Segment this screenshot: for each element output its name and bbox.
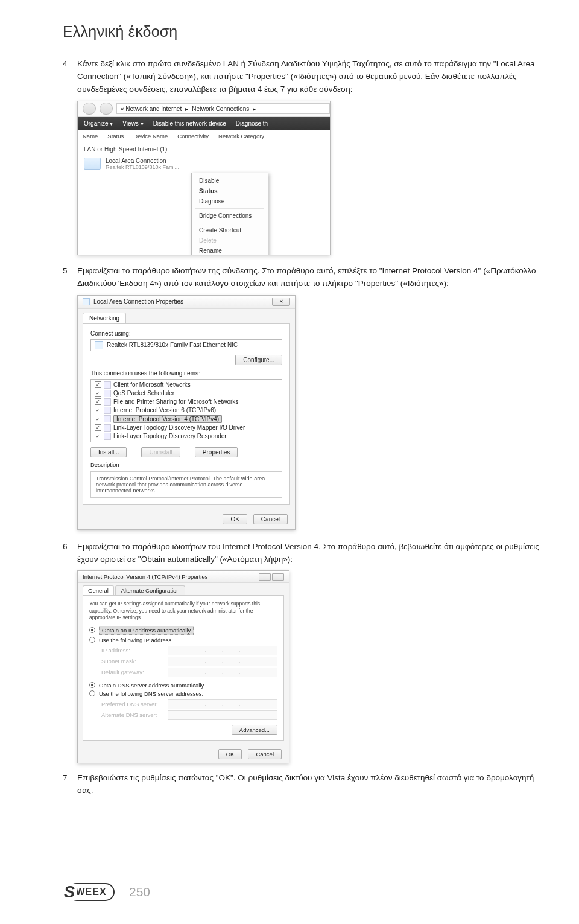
- item-label: Client for Microsoft Networks: [113, 381, 191, 388]
- connect-using-label: Connect using:: [90, 330, 282, 337]
- radio-obtain-dns-auto[interactable]: Obtain DNS server address automatically: [89, 682, 277, 689]
- window-titlebar: Local Area Connection Properties ✕: [78, 296, 295, 309]
- close-icon[interactable]: ✕: [272, 298, 290, 306]
- breadcrumb[interactable]: « Network and Internet ▸ Network Connect…: [116, 103, 330, 114]
- radio-use-ip[interactable]: Use the following IP address:: [89, 637, 277, 643]
- field-mask: Subnet mask:...: [101, 657, 277, 666]
- chevron-right-icon: ▸: [185, 106, 188, 112]
- page-number: 250: [129, 885, 150, 899]
- col-device[interactable]: Device Name: [133, 133, 168, 139]
- organize-menu[interactable]: Organize ▾: [84, 120, 113, 127]
- ok-button[interactable]: OK: [218, 749, 242, 759]
- dialog-footer: OK Cancel: [78, 509, 295, 529]
- diagnose-button[interactable]: Diagnose th: [236, 120, 268, 127]
- item-label: Link-Layer Topology Discovery Responder: [113, 433, 227, 439]
- col-status[interactable]: Status: [107, 133, 124, 139]
- field-dns2: Alternate DNS server:...: [101, 710, 277, 720]
- sweex-logo: WEEX: [68, 883, 115, 901]
- radio-icon: [89, 627, 95, 633]
- radio-use-dns[interactable]: Use the following DNS server addresses:: [89, 690, 277, 697]
- step-number: 5: [63, 265, 71, 290]
- list-item[interactable]: ✓Link-Layer Topology Discovery Responder: [91, 432, 282, 441]
- checkbox-icon[interactable]: ✓: [95, 381, 101, 388]
- address-bar: « Network and Internet ▸ Network Connect…: [78, 101, 330, 117]
- cancel-button[interactable]: Cancel: [248, 749, 282, 759]
- views-menu[interactable]: Views ▾: [122, 120, 143, 127]
- checkbox-icon[interactable]: ✓: [95, 433, 101, 439]
- menu-separator: [195, 223, 264, 223]
- breadcrumb-seg: « Network and Internet: [121, 106, 182, 112]
- properties-button[interactable]: Properties: [195, 447, 238, 457]
- nav-back-icon[interactable]: [83, 103, 96, 115]
- checkbox-icon[interactable]: ✓: [95, 416, 101, 422]
- component-icon: [104, 398, 111, 406]
- help-icon[interactable]: [259, 573, 271, 581]
- window-title: Internet Protocol Version 4 (TCP/IPv4) P…: [83, 573, 208, 580]
- col-category[interactable]: Network Category: [218, 133, 264, 139]
- section-title: Ελληνική έκδοση: [63, 23, 545, 40]
- tab-general[interactable]: General: [83, 585, 114, 595]
- cancel-button[interactable]: Cancel: [253, 514, 288, 524]
- menu-item-diagnose[interactable]: Diagnose: [192, 196, 268, 206]
- field-value: ...: [168, 710, 277, 720]
- menu-item-bridge[interactable]: Bridge Connections: [192, 211, 268, 221]
- radio-icon: [89, 637, 95, 643]
- nic-icon: [95, 341, 103, 349]
- field-label: IP address:: [101, 647, 168, 654]
- nic-field: Realtek RTL8139/810x Family Fast Etherne…: [90, 339, 282, 351]
- configure-button[interactable]: Configure...: [235, 355, 282, 365]
- step-text: Εμφανίζεται το παράθυρο ιδιοτήτων της σύ…: [77, 265, 545, 290]
- tab-networking[interactable]: Networking: [83, 313, 126, 323]
- field-label: Alternate DNS server:: [101, 712, 168, 718]
- advanced-button[interactable]: Advanced...: [232, 725, 277, 735]
- menu-item-disable[interactable]: Disable: [192, 176, 268, 186]
- step-5: 5 Εμφανίζεται το παράθυρο ιδιοτήτων της …: [63, 265, 545, 290]
- item-label: QoS Packet Scheduler: [113, 390, 174, 397]
- screenshot-ipv4-properties: Internet Protocol Version 4 (TCP/IPv4) P…: [77, 570, 290, 763]
- disable-device-button[interactable]: Disable this network device: [153, 120, 226, 127]
- field-gateway: Default gateway:...: [101, 668, 277, 677]
- step-number: 6: [63, 541, 71, 566]
- close-icon[interactable]: [272, 573, 284, 581]
- list-item[interactable]: ✓File and Printer Sharing for Microsoft …: [91, 398, 282, 406]
- radio-icon: [89, 690, 95, 696]
- list-item[interactable]: ✓Client for Microsoft Networks: [91, 381, 282, 389]
- field-label: Subnet mask:: [101, 658, 168, 664]
- field-ip: IP address:...: [101, 646, 277, 655]
- list-item[interactable]: ✓QoS Packet Scheduler: [91, 389, 282, 398]
- radio-obtain-ip-auto[interactable]: Obtain an IP address automatically: [89, 626, 277, 635]
- connection-item[interactable]: Local Area Connection Realtek RTL8139/81…: [78, 156, 330, 171]
- connection-name: Local Area Connection: [106, 158, 179, 164]
- list-item[interactable]: ✓Internet Protocol Version 6 (TCP/IPv6): [91, 406, 282, 415]
- network-icon: [84, 158, 101, 170]
- radio-label: Obtain an IP address automatically: [99, 626, 194, 635]
- column-headers: Name Status Device Name Connectivity Net…: [78, 130, 330, 142]
- list-item[interactable]: ✓Link-Layer Topology Discovery Mapper I/…: [91, 424, 282, 432]
- nav-forward-icon[interactable]: [100, 103, 113, 115]
- checkbox-icon[interactable]: ✓: [95, 424, 101, 431]
- checkbox-icon[interactable]: ✓: [95, 398, 101, 405]
- menu-item-rename[interactable]: Rename: [192, 246, 268, 255]
- component-icon: [104, 433, 111, 440]
- panel: You can get IP settings assigned automat…: [83, 595, 284, 740]
- menu-item-shortcut[interactable]: Create Shortcut: [192, 225, 268, 235]
- checkbox-icon[interactable]: ✓: [95, 407, 101, 413]
- toolbar: Organize ▾ Views ▾ Disable this network …: [78, 117, 330, 130]
- radio-label: Use the following IP address:: [99, 637, 173, 643]
- ok-button[interactable]: OK: [223, 514, 247, 524]
- step-number: 4: [63, 58, 71, 96]
- col-connectivity[interactable]: Connectivity: [177, 133, 209, 139]
- col-name[interactable]: Name: [83, 133, 98, 139]
- tab-alternate[interactable]: Alternate Configuration: [115, 585, 185, 595]
- panel: Connect using: Realtek RTL8139/810x Fami…: [83, 323, 290, 505]
- list-item-selected[interactable]: ✓Internet Protocol Version 4 (TCP/IPv4): [91, 415, 282, 424]
- field-value: ...: [168, 699, 277, 709]
- items-listbox: ✓Client for Microsoft Networks ✓QoS Pack…: [90, 379, 282, 442]
- checkbox-icon[interactable]: ✓: [95, 390, 101, 397]
- step-text: Κάντε δεξί κλικ στο πρώτο συνδεδεμένο LA…: [77, 58, 545, 96]
- menu-item-status[interactable]: Status: [192, 186, 268, 196]
- context-menu: Disable Status Diagnose Bridge Connectio…: [191, 173, 268, 255]
- install-button[interactable]: Install...: [90, 447, 127, 457]
- group-header: LAN or High-Speed Internet (1): [78, 142, 330, 156]
- field-value: ...: [168, 657, 277, 666]
